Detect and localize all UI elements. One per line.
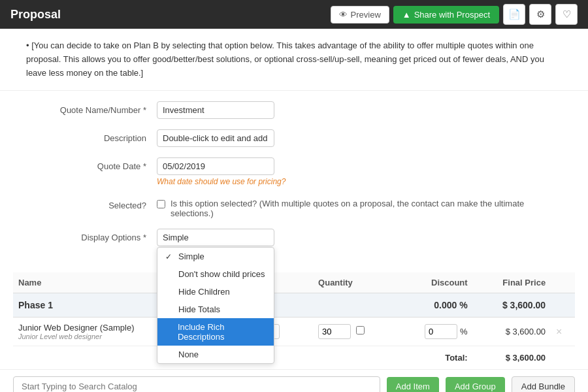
- phase-final-price: $ 3,600.00: [473, 293, 551, 318]
- dropdown-item-hide-children[interactable]: Hide Children: [157, 283, 274, 301]
- heart-icon-button[interactable]: ♡: [555, 4, 578, 25]
- total-row: Total: $ 3,600.00: [13, 346, 575, 370]
- item-remove-cell: ×: [551, 318, 575, 346]
- phase-qty: [313, 293, 395, 318]
- dropdown-item-hide-totals[interactable]: Hide Totals: [157, 301, 274, 318]
- col-final-price: Final Price: [473, 272, 551, 293]
- preview-button[interactable]: 👁 Preview: [331, 6, 389, 24]
- item-final-price-cell: $ 3,600.00: [473, 318, 551, 346]
- quote-date-label: Quote Date *: [26, 157, 157, 171]
- table-row: Junior Web Designer (Sample) Junior Leve…: [13, 318, 575, 346]
- add-group-button[interactable]: Add Group: [446, 377, 505, 392]
- selected-checkbox-row: Is this option selected? (With multiple …: [157, 197, 562, 218]
- add-item-button[interactable]: Add Item: [387, 377, 439, 392]
- item-qty-checkbox[interactable]: [356, 326, 365, 335]
- quote-name-input[interactable]: [157, 101, 274, 119]
- total-value: $ 3,600.00: [473, 346, 551, 370]
- col-actions: [551, 272, 575, 293]
- description-control: [157, 129, 562, 147]
- intro-text: [You can decide to take on Plan B by sel…: [26, 39, 562, 80]
- col-quantity: Quantity: [313, 272, 395, 293]
- description-label: Description: [26, 129, 157, 143]
- quote-date-hint: What date should we use for pricing?: [157, 177, 562, 186]
- gear-icon: ⚙: [536, 8, 545, 20]
- settings-icon-button[interactable]: ⚙: [529, 4, 551, 25]
- description-row: Description: [26, 129, 562, 147]
- quote-name-control: [157, 101, 562, 119]
- dropdown-item-no-child-prices[interactable]: Don't show child prices: [157, 265, 274, 283]
- phase-discount: 0.000 %: [395, 293, 473, 318]
- selected-label: Selected?: [26, 197, 157, 210]
- main-content: [You can decide to take on Plan B by sel…: [0, 29, 588, 392]
- quote-date-row: Quote Date * What date should we use for…: [26, 157, 562, 186]
- item-remove-button[interactable]: ×: [556, 326, 562, 338]
- display-options-control: ✓ Simple Don't show child prices Hide Ch…: [157, 229, 562, 246]
- quote-date-input[interactable]: [157, 157, 274, 175]
- app-header: Proposal 👁 Preview ▲ Share with Prospect…: [0, 0, 588, 29]
- dropdown-item-rich-descriptions[interactable]: Include Rich Descriptions: [157, 318, 274, 346]
- add-bundle-button[interactable]: Add Bundle: [512, 376, 575, 392]
- dropdown-item-simple[interactable]: ✓ Simple: [157, 248, 274, 265]
- item-discount-input[interactable]: [425, 324, 457, 339]
- selected-control: Is this option selected? (With multiple …: [157, 197, 562, 218]
- item-qty-cell: [313, 318, 395, 346]
- display-options-input[interactable]: [157, 229, 274, 246]
- quote-table: Name Quantity Discount Final Price Phase…: [13, 272, 575, 369]
- eye-icon: 👁: [339, 10, 348, 20]
- intro-section: [You can decide to take on Plan B by sel…: [0, 29, 588, 91]
- footer-bar: Add Item Add Group Add Bundle: [0, 369, 588, 392]
- document-icon: 📄: [508, 8, 521, 20]
- share-button[interactable]: ▲ Share with Prospect: [393, 6, 499, 24]
- search-catalog-input[interactable]: [13, 376, 380, 392]
- check-icon: ✓: [165, 252, 174, 261]
- display-options-row: Display Options * ✓ Simple Don't show ch…: [26, 229, 562, 246]
- selected-row: Selected? Is this option selected? (With…: [26, 197, 562, 218]
- item-qty-input[interactable]: [318, 324, 351, 339]
- header-actions: 👁 Preview ▲ Share with Prospect 📄 ⚙ ♡: [331, 4, 578, 25]
- item-discount-row: %: [400, 324, 468, 339]
- item-final-price: $ 3,600.00: [506, 327, 546, 336]
- description-input[interactable]: [157, 129, 274, 147]
- total-empty: [551, 346, 575, 370]
- selected-description: Is this option selected? (With multiple …: [171, 199, 562, 218]
- form-section: Quote Name/Number * Description Quote Da…: [0, 91, 588, 267]
- display-options-dropdown: ✓ Simple Don't show child prices Hide Ch…: [157, 247, 274, 364]
- dropdown-item-none[interactable]: None: [157, 346, 274, 363]
- phase-row: Phase 1 0.000 % $ 3,600.00: [13, 293, 575, 318]
- phase-remove: [551, 293, 575, 318]
- quote-table-section: Name Quantity Discount Final Price Phase…: [0, 272, 588, 369]
- heart-icon: ♡: [563, 8, 571, 20]
- quote-name-row: Quote Name/Number *: [26, 101, 562, 119]
- selected-checkbox[interactable]: [157, 200, 165, 208]
- col-discount: Discount: [395, 272, 473, 293]
- page-title: Proposal: [10, 8, 61, 22]
- share-arrow-icon: ▲: [402, 10, 411, 20]
- quote-name-label: Quote Name/Number *: [26, 101, 157, 115]
- table-header-row: Name Quantity Discount Final Price: [13, 272, 575, 293]
- discount-unit: %: [460, 327, 468, 336]
- item-discount-cell: %: [395, 318, 473, 346]
- quote-date-control: What date should we use for pricing?: [157, 157, 562, 186]
- document-icon-button[interactable]: 📄: [503, 4, 525, 25]
- display-options-label: Display Options *: [26, 229, 157, 242]
